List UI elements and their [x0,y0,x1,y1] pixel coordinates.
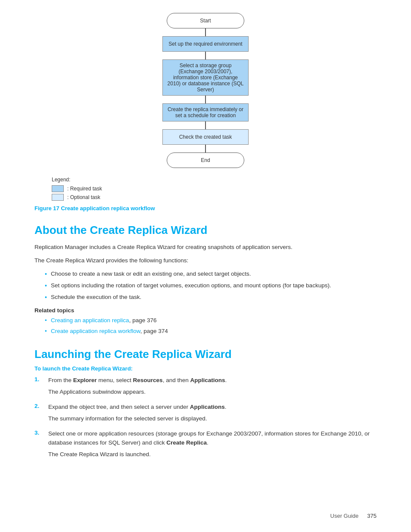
bullet-item: Schedule the execution of the task. [45,293,377,302]
step-1-number: 1. [34,376,42,383]
related-link-item: Creating an application replica, page 37… [45,316,377,325]
step-3-main: Select one or more application resources… [48,430,370,446]
flow-connector [205,28,206,36]
related-link-item: Create application replica workflow, pag… [45,327,377,336]
flowchart-start-node: Start [167,13,244,28]
step-3-number: 3. [34,429,42,436]
step-2-content: Expand the object tree, and then select … [48,403,377,423]
flowchart-check-node: Check the created task [162,129,249,145]
legend-required: : Required task [52,185,377,192]
legend-optional-label: : Optional task [67,194,100,200]
legend-required-box [52,185,64,192]
flow-connector [205,145,206,152]
step-2: 2. Expand the object tree, and then sele… [34,403,377,423]
step-1-content: From the Explorer menu, select Resources… [48,376,377,397]
legend-required-label: : Required task [67,186,102,192]
related-link-creating[interactable]: Creating an application replica [51,317,129,324]
flowchart-legend: Legend: : Required task : Optional task [52,177,377,201]
related-topics-list: Creating an application replica, page 37… [45,316,377,336]
footer-label: User Guide [330,513,359,519]
page-footer: User Guide 375 [330,513,377,519]
step-3: 3. Select one or more application resour… [34,429,377,459]
section1-para1: Replication Manager includes a Create Re… [34,243,377,252]
flow-connector [205,96,206,103]
step-2-number: 2. [34,403,42,409]
legend-title: Legend: [52,177,377,183]
related-link-workflow[interactable]: Create application replica workflow [51,328,140,334]
section1-bullets: Choose to create a new task or edit an e… [45,270,377,302]
related-link-suffix2: , page 374 [140,328,168,334]
flowchart-select-node: Select a storage group (Exchange 2003/20… [162,59,249,96]
step-1: 1. From the Explorer menu, select Resour… [34,376,377,397]
page-number: 375 [367,513,377,519]
step-3-content: Select one or more application resources… [48,429,377,459]
step-2-main: Expand the object tree, and then select … [48,404,227,410]
page-content: Start Set up the required environment Se… [0,0,411,491]
flowchart-setup-node: Set up the required environment [162,36,249,52]
step-2-sub: The summary information for the selected… [48,414,377,423]
flowchart-end-node: End [167,152,244,168]
related-topics-heading: Related topics [34,307,377,314]
flow-connector [205,121,206,129]
section1-heading: About the Create Replica Wizard [34,224,377,237]
step-3-sub: The Create Replica Wizard is launched. [48,450,377,459]
section2-heading: Launching the Create Replica Wizard [34,348,377,361]
section1-para2: The Create Replica Wizard provides the f… [34,256,377,265]
bullet-item: Set options including the rotation of ta… [45,281,377,290]
procedure-heading: To launch the Create Replica Wizard: [34,365,377,372]
flowchart: Start Set up the required environment Se… [34,13,377,168]
bullet-item: Choose to create a new task or edit an e… [45,270,377,279]
legend-optional: : Optional task [52,194,377,201]
flowchart-create-replica-node: Create the replica immediately or set a … [162,103,249,121]
figure-caption: Figure 17 Create application replica wor… [34,205,377,212]
related-link-suffix: , page 376 [129,317,157,324]
flow-connector [205,52,206,59]
step-1-main: From the Explorer menu, select Resources… [48,377,227,383]
step-1-sub: The Applications subwindow appears. [48,388,377,397]
legend-optional-box [52,194,64,201]
